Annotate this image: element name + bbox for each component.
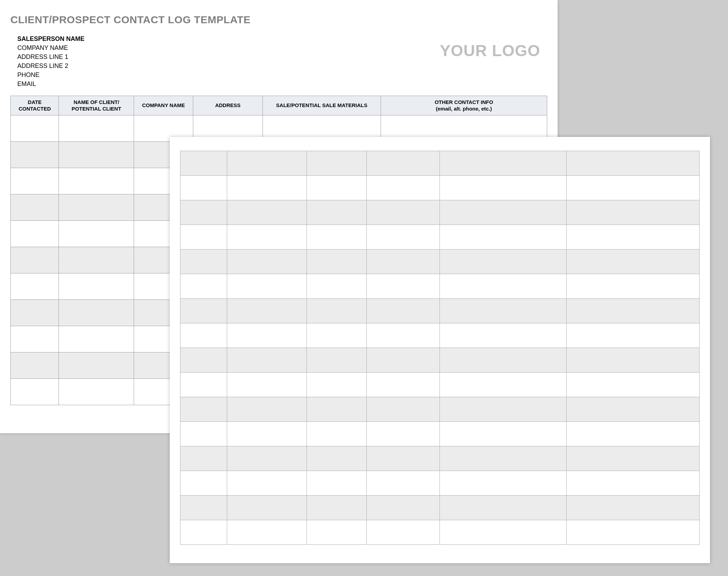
header-client: NAME OF CLIENT/ POTENTIAL CLIENT [59,96,134,115]
header-other-line2: (email, alt. phone, etc.) [436,106,492,112]
table-row [180,446,700,471]
salesperson-company: COMPANY NAME [17,43,85,52]
salesperson-address1: ADDRESS LINE 1 [17,52,85,61]
table-row [180,176,700,200]
table-row [180,348,700,373]
table-row [180,200,700,225]
header-address: ADDRESS [193,96,263,115]
header-other: OTHER CONTACT INFO (email, alt. phone, e… [381,96,547,115]
table-row [180,274,700,299]
table-row [180,422,700,446]
header-sale: SALE/POTENTIAL SALE MATERIALS [263,96,381,115]
header-row: SALESPERSON NAME COMPANY NAME ADDRESS LI… [10,34,547,89]
table-header-row: DATE CONTACTED NAME OF CLIENT/ POTENTIAL… [11,96,547,115]
header-date: DATE CONTACTED [11,96,59,115]
salesperson-phone: PHONE [17,70,85,79]
table-row [180,225,700,250]
salesperson-address2: ADDRESS LINE 2 [17,61,85,70]
table-row [180,373,700,397]
table-row [180,151,700,176]
page-title: CLIENT/PROSPECT CONTACT LOG TEMPLATE [10,14,547,26]
header-company: COMPANY NAME [134,96,193,115]
salesperson-block: SALESPERSON NAME COMPANY NAME ADDRESS LI… [17,34,85,89]
header-other-line1: OTHER CONTACT INFO [435,99,493,105]
table-row [180,496,700,520]
continuation-table [180,151,700,545]
table-row [180,471,700,496]
table-row [180,397,700,422]
salesperson-name-label: SALESPERSON NAME [17,34,85,43]
document-page-2 [170,137,710,563]
table-row [180,520,700,545]
logo-placeholder: YOUR LOGO [440,41,540,60]
table-row [180,299,700,323]
salesperson-email: EMAIL [17,79,85,88]
table-row [180,250,700,274]
table-row [180,323,700,348]
